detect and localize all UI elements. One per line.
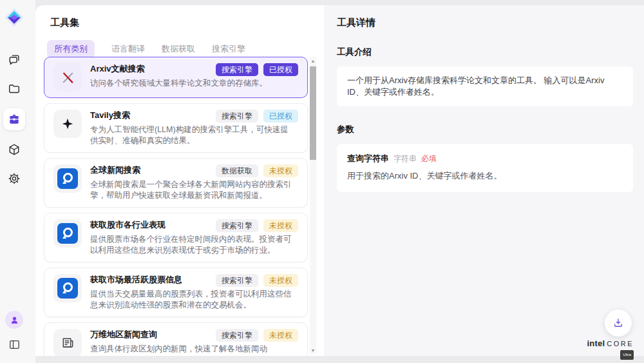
params-heading: 参数: [337, 124, 633, 135]
category-badge: 搜索引擎: [216, 63, 258, 76]
arxiv-x-icon: [53, 63, 82, 92]
tool-name: 获取股市各行业表现: [90, 219, 216, 230]
blue-search-bubble-icon: [53, 219, 82, 248]
tool-list: Arxiv文献搜索 搜索引擎 已授权 访问各个研究领域大量科学论文和文章的存储库…: [44, 57, 308, 356]
blue-search-bubble-icon: [53, 164, 82, 193]
auth-badge: 未授权: [263, 164, 298, 177]
tool-name: Arxiv文献搜索: [90, 63, 216, 74]
tool-card-arxiv[interactable]: Arxiv文献搜索 搜索引擎 已授权 访问各个研究领域大量科学论文和文章的存储库…: [44, 57, 308, 98]
tab-search-engine[interactable]: 搜索引擎: [212, 40, 245, 58]
ultra-badge: Ultra: [620, 350, 634, 360]
detail-title: 工具详情: [337, 17, 633, 29]
auth-badge: 未授权: [263, 274, 298, 287]
list-scrollbar[interactable]: ▲ ▼: [310, 57, 316, 354]
toolbox-icon-active[interactable]: [3, 108, 25, 130]
tab-all-categories[interactable]: 所有类别: [47, 40, 95, 58]
tool-card-regional-news[interactable]: 万维地区新闻查询 搜索引擎 未授权 查询具体行政区划内的新闻，快速了解各地新闻动: [44, 322, 308, 356]
tool-card-tavily[interactable]: Tavily搜索 搜索引擎 已授权 专为人工智能代理(LLM)构建的搜索引擎工具…: [44, 103, 308, 153]
sidebar: [0, 0, 35, 363]
intel-core-logo: intelCORE Ultra: [587, 338, 634, 360]
tool-card-active-stocks[interactable]: 获取市场最活跃股票信息 搜索引擎 未授权 提供当天交易量最高的股票列表，投资者可…: [44, 268, 308, 317]
tab-data-fetch[interactable]: 数据获取: [162, 40, 195, 58]
tool-name: 万维地区新闻查询: [90, 329, 216, 340]
category-badge: 搜索引擎: [216, 219, 258, 232]
app-logo-gem-icon: [5, 8, 24, 27]
scrollbar-thumb[interactable]: [310, 66, 316, 160]
tool-description: 专为人工智能代理(LLM)构建的搜索引擎工具，可快速提供实时、准确和真实的结果。: [90, 124, 292, 146]
category-tabs: 所有类别 语言翻译 数据获取 搜索引擎: [47, 40, 324, 58]
tool-description: 提供股票市场各个行业在特定时间段内的表现。投资者可以利用这些信息来识别表现优于或…: [90, 234, 292, 256]
blue-search-bubble-icon: [53, 274, 82, 302]
tool-name: Tavily搜索: [90, 110, 216, 121]
param-type-label: 字符串: [393, 153, 417, 164]
download-button[interactable]: [605, 309, 632, 337]
cube-icon[interactable]: [5, 140, 24, 159]
tool-list-panel: 工具集 所有类别 语言翻译 数据获取 搜索引擎 Arxiv文献搜索 搜索引擎 已…: [35, 5, 324, 356]
auth-badge: 已授权: [263, 110, 298, 123]
intro-text-box: 一个用于从Arxiv存储库搜索科学论文和文章的工具。 输入可以是Arxiv ID…: [337, 66, 633, 106]
tool-description: 提供当天交易量最高的股票列表，投资者可以利用这些信息来识别流动性强的股票和潜在的…: [90, 289, 292, 311]
auth-badge: 未授权: [263, 219, 298, 232]
tavily-star-icon: [53, 110, 82, 138]
category-badge: 搜索引擎: [216, 274, 258, 287]
scroll-up-arrow[interactable]: ▲: [310, 57, 316, 64]
category-badge: 搜索引擎: [216, 329, 258, 342]
tab-language-translation[interactable]: 语言翻译: [111, 40, 145, 58]
tool-name: 全球新闻搜索: [90, 164, 216, 175]
newspaper-icon: [53, 329, 82, 356]
scroll-down-arrow[interactable]: ▼: [310, 346, 316, 354]
intel-wordmark: intel: [587, 338, 605, 348]
user-avatar[interactable]: [5, 311, 23, 329]
tool-description: 访问各个研究领域大量科学论文和文章的存储库。: [90, 78, 292, 89]
folder-icon[interactable]: [5, 79, 24, 99]
param-card: 查询字符串 字符串 必填 用于搜索的Arxiv ID、关键字或作者姓名。: [337, 144, 633, 192]
auth-badge: 未授权: [263, 329, 298, 342]
collapse-panel-icon[interactable]: [5, 335, 24, 354]
auth-badge: 已授权: [263, 63, 298, 76]
intro-heading: 工具介绍: [337, 46, 633, 58]
page-title: 工具集: [50, 17, 324, 29]
tool-description: 全球新闻搜索是一个聚合全球各大新闻网站内容的搜索引擎，帮助用户快速获取全球最新资…: [90, 179, 292, 201]
tool-detail-panel: 工具详情 工具介绍 一个用于从Arxiv存储库搜索科学论文和文章的工具。 输入可…: [324, 5, 644, 356]
gear-icon[interactable]: [5, 169, 24, 188]
param-description: 用于搜索的Arxiv ID、关键字或作者姓名。: [347, 170, 623, 182]
param-required-label: 必填: [421, 153, 437, 164]
category-badge: 数据获取: [216, 164, 258, 177]
tool-card-sector-performance[interactable]: 获取股市各行业表现 搜索引擎 未授权 提供股票市场各个行业在特定时间段内的表现。…: [44, 213, 308, 262]
category-badge: 搜索引擎: [216, 110, 258, 123]
tool-description: 查询具体行政区划内的新闻，快速了解各地新闻动: [90, 344, 292, 355]
chat-icon[interactable]: [5, 50, 24, 70]
download-icon: [612, 317, 624, 329]
tool-name: 获取市场最活跃股票信息: [90, 274, 216, 285]
core-wordmark: CORE: [607, 340, 634, 348]
param-name: 查询字符串: [347, 153, 389, 164]
tool-card-global-news[interactable]: 全球新闻搜索 数据获取 未授权 全球新闻搜索是一个聚合全球各大新闻网站内容的搜索…: [44, 158, 308, 208]
